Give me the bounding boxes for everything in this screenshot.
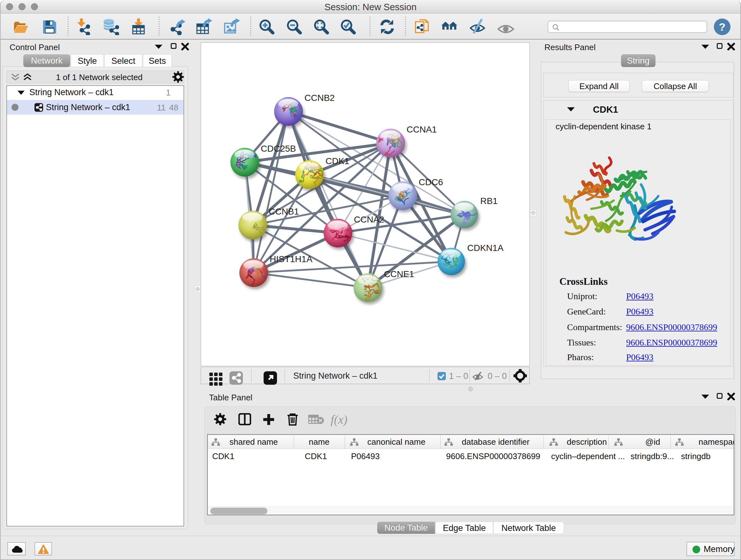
svg-text:CDC25B: CDC25B xyxy=(261,144,296,153)
svg-text:CDKN1A: CDKN1A xyxy=(467,243,503,253)
svg-text:CDC6: CDC6 xyxy=(419,177,443,187)
svg-text:CCNB1: CCNB1 xyxy=(269,206,299,216)
svg-text:CCNA2: CCNA2 xyxy=(354,214,384,225)
svg-text:CCNE1: CCNE1 xyxy=(384,269,414,279)
svg-text:CDK1: CDK1 xyxy=(326,156,349,166)
svg-text:CCNB2: CCNB2 xyxy=(305,93,335,103)
svg-text:RB1: RB1 xyxy=(480,196,497,206)
svg-text:CCNA1: CCNA1 xyxy=(407,125,437,134)
svg-text:HIST1H1A: HIST1H1A xyxy=(270,254,313,264)
